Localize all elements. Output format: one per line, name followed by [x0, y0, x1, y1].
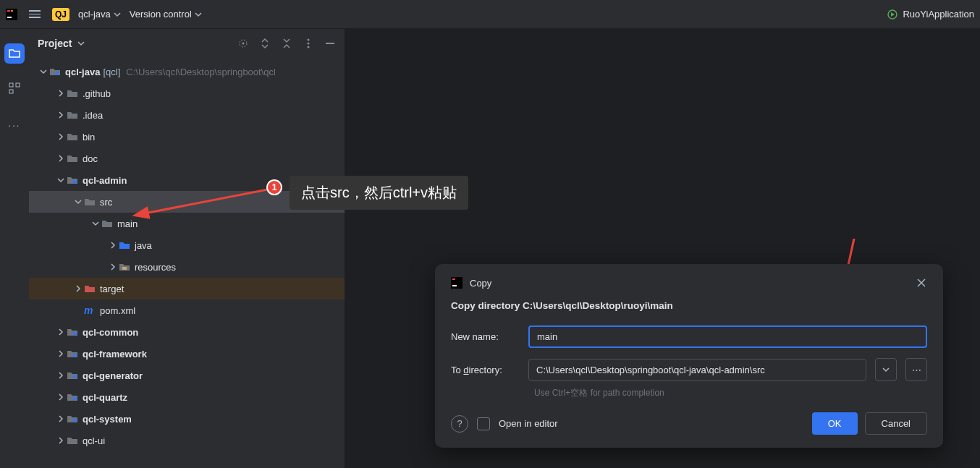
project-panel-title: Project	[38, 38, 72, 49]
tree-row[interactable]: qcl-generator	[29, 365, 345, 386]
chevron-right-icon	[57, 350, 64, 357]
todir-input[interactable]: C:\Users\qcl\Desktop\springboot\qcl-java…	[528, 359, 866, 381]
tree-row[interactable]: bin	[29, 126, 345, 148]
tree-row[interactable]: qcl-framework	[29, 343, 345, 365]
chevron-down-icon	[40, 68, 47, 75]
tree-row[interactable]: qcl-system	[29, 408, 345, 430]
chevron-right-icon	[57, 415, 64, 422]
project-tree[interactable]: qcl-java [qcl] C:\Users\qcl\Desktop\spri…	[29, 58, 345, 468]
chevron-right-icon	[57, 393, 64, 401]
svg-rect-7	[9, 90, 13, 93]
folder-icon	[67, 109, 78, 121]
chevron-down-icon	[75, 198, 82, 205]
dialog-title: Copy	[470, 278, 491, 289]
source-folder-icon	[119, 239, 130, 251]
structure-tool-button[interactable]	[4, 78, 25, 98]
chevron-right-icon	[109, 242, 117, 249]
svg-rect-25	[452, 285, 457, 286]
module-icon	[67, 370, 78, 381]
left-toolbar: ...	[0, 29, 29, 468]
open-editor-label: Open in editor	[499, 418, 558, 429]
collapse-icon[interactable]	[281, 38, 292, 49]
chevron-down-icon	[882, 366, 890, 373]
open-editor-checkbox[interactable]	[477, 417, 490, 430]
chevron-right-icon	[57, 111, 64, 119]
svg-rect-20	[73, 419, 77, 422]
chevron-right-icon	[109, 263, 117, 271]
svg-rect-14	[73, 180, 77, 183]
project-tool-button[interactable]	[4, 43, 25, 64]
main-menu-button[interactable]	[26, 7, 43, 21]
history-button[interactable]	[875, 358, 897, 381]
vcs-dropdown[interactable]: Version control	[130, 9, 202, 20]
svg-rect-17	[73, 354, 77, 357]
browse-button[interactable]: ⋯	[905, 358, 927, 381]
svg-rect-3	[11, 10, 13, 12]
intellij-icon	[451, 277, 462, 289]
options-icon[interactable]	[303, 38, 314, 49]
maven-icon: m	[84, 305, 96, 316]
folder-icon	[101, 218, 113, 229]
module-icon	[67, 326, 78, 338]
tree-row[interactable]: java	[29, 234, 345, 256]
svg-rect-5	[9, 83, 13, 87]
chevron-right-icon	[57, 437, 64, 444]
tree-row[interactable]: .github	[29, 82, 345, 104]
folder-icon	[67, 88, 78, 99]
dialog-hint: Use Ctrl+空格 for path completion	[534, 387, 927, 399]
svg-rect-13	[56, 72, 59, 75]
tree-row[interactable]: resources	[29, 256, 345, 278]
svg-point-11	[308, 43, 310, 45]
folder-icon	[9, 48, 20, 59]
resources-folder-icon	[119, 261, 130, 273]
expand-icon[interactable]	[259, 38, 271, 49]
svg-rect-1	[7, 10, 10, 12]
svg-rect-18	[73, 375, 77, 378]
tree-row[interactable]: qcl-quartz	[29, 386, 345, 408]
project-badge: QJ	[52, 8, 69, 21]
project-panel-header: Project	[29, 29, 345, 58]
ok-button[interactable]: OK	[812, 412, 858, 435]
svg-rect-16	[73, 332, 77, 335]
module-icon	[67, 348, 78, 359]
tree-row[interactable]: qcl-common	[29, 321, 345, 343]
project-dropdown[interactable]: qcl-java	[78, 9, 121, 20]
folder-icon	[67, 435, 78, 446]
todir-label: To directory:	[451, 365, 520, 375]
locate-icon[interactable]	[237, 38, 249, 49]
copy-dialog: Copy Copy directory C:\Users\qcl\Desktop…	[435, 264, 943, 448]
tree-row[interactable]: doc	[29, 148, 345, 169]
dialog-subtitle: Copy directory C:\Users\qcl\Desktop\ruoy…	[451, 300, 927, 311]
newname-input[interactable]	[528, 326, 927, 348]
chevron-right-icon	[57, 328, 64, 336]
chevron-right-icon	[57, 90, 64, 97]
folder-icon	[67, 131, 78, 142]
tree-row-root[interactable]: qcl-java [qcl] C:\Users\qcl\Desktop\spri…	[29, 61, 345, 82]
help-button[interactable]: ?	[451, 415, 468, 433]
svg-rect-2	[7, 17, 12, 18]
chevron-right-icon	[57, 133, 64, 140]
tree-row-target[interactable]: target	[29, 278, 345, 299]
module-icon	[67, 391, 78, 403]
svg-text:m: m	[84, 305, 93, 316]
tree-row[interactable]: main	[29, 213, 345, 234]
tree-row[interactable]: qcl-ui	[29, 430, 345, 451]
more-tools-button[interactable]: ...	[4, 113, 25, 133]
chevron-right-icon	[57, 372, 64, 379]
run-config[interactable]: RuoYiApplication	[887, 9, 974, 20]
newname-label: New name:	[451, 331, 520, 342]
rerun-icon	[887, 9, 898, 20]
tree-row-qcl-admin[interactable]: qcl-admin	[29, 169, 345, 191]
chevron-down-icon	[92, 220, 99, 227]
hide-icon[interactable]	[324, 38, 336, 49]
intellij-icon	[6, 9, 17, 20]
module-icon	[67, 413, 78, 425]
module-icon	[49, 66, 61, 77]
cancel-button[interactable]: Cancel	[865, 412, 927, 435]
close-icon[interactable]	[916, 277, 927, 289]
chevron-right-icon	[57, 155, 64, 162]
tree-row[interactable]: .idea	[29, 104, 345, 126]
tree-row[interactable]: mpom.xml	[29, 299, 345, 321]
tree-row-src[interactable]: src	[29, 191, 345, 213]
chevron-down-icon[interactable]	[77, 40, 85, 47]
